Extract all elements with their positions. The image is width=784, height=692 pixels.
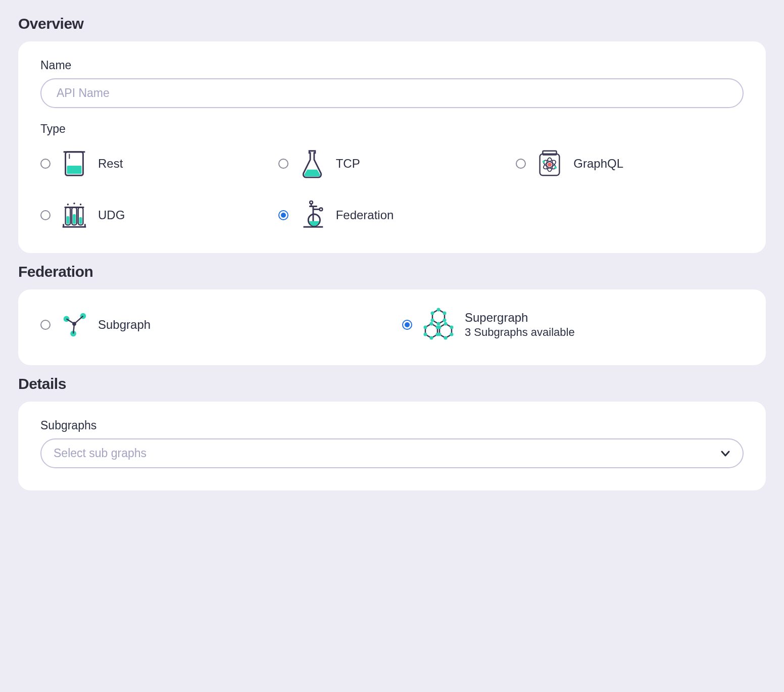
svg-point-50 [431, 312, 434, 315]
svg-marker-43 [425, 324, 437, 338]
svg-marker-42 [432, 310, 445, 324]
type-option-tcp[interactable]: TCP [278, 148, 506, 179]
svg-point-31 [310, 201, 313, 204]
federation-heading: Federation [18, 263, 766, 280]
flask-icon [297, 148, 328, 179]
test-tubes-icon [59, 200, 90, 231]
svg-point-45 [437, 308, 440, 312]
name-label: Name [40, 59, 744, 72]
svg-point-49 [431, 319, 434, 322]
radio-icon [278, 210, 288, 220]
svg-point-61 [438, 333, 442, 336]
svg-point-26 [80, 204, 81, 205]
radio-icon [402, 320, 412, 330]
overview-heading: Overview [18, 15, 766, 32]
federation-option-supergraph-sublabel: 3 Subgraphs available [465, 326, 575, 339]
svg-point-11 [555, 166, 557, 169]
svg-rect-2 [67, 166, 81, 174]
type-option-graphql[interactable]: GraphQL [516, 148, 744, 179]
type-label: Type [40, 122, 744, 136]
federation-icon [297, 200, 328, 231]
type-option-rest-label: Rest [98, 157, 123, 171]
svg-marker-44 [439, 324, 452, 338]
radio-icon [516, 159, 526, 169]
svg-point-60 [444, 336, 448, 340]
svg-point-59 [450, 333, 454, 336]
svg-point-6 [548, 163, 552, 167]
type-option-federation-label: Federation [336, 208, 394, 222]
type-option-graphql-label: GraphQL [573, 157, 623, 171]
svg-point-47 [443, 319, 447, 322]
atom-jar-icon [534, 148, 565, 179]
api-name-input[interactable] [40, 78, 744, 108]
svg-point-56 [424, 326, 427, 329]
beaker-icon [59, 148, 90, 179]
details-card: Subgraphs Select sub graphs [18, 402, 766, 490]
svg-point-57 [444, 322, 448, 326]
svg-point-46 [443, 312, 447, 315]
svg-point-55 [424, 333, 427, 336]
federation-option-subgraph-label: Subgraph [98, 318, 151, 332]
federation-card: Subgraph Supe [18, 289, 766, 365]
svg-point-58 [450, 326, 454, 329]
svg-point-51 [430, 322, 433, 326]
federation-option-supergraph-label: Supergraph [465, 311, 575, 325]
svg-rect-16 [67, 216, 70, 224]
subgraphs-select[interactable]: Select sub graphs [40, 438, 744, 468]
type-option-udg-label: UDG [98, 208, 125, 222]
svg-point-22 [73, 203, 75, 204]
type-option-tcp-label: TCP [336, 157, 360, 171]
federation-option-supergraph[interactable]: Supergraph 3 Subgraphs available [402, 307, 744, 343]
overview-card: Name Type Rest TCP [18, 41, 766, 253]
type-option-rest[interactable]: Rest [40, 148, 268, 179]
type-option-udg[interactable]: UDG [40, 200, 268, 231]
svg-point-18 [67, 204, 69, 205]
svg-point-10 [543, 161, 545, 163]
subgraph-icon [59, 309, 90, 340]
federation-option-subgraph[interactable]: Subgraph [40, 309, 382, 340]
subgraphs-label: Subgraphs [40, 419, 744, 432]
radio-icon [40, 159, 51, 169]
svg-line-40 [74, 316, 83, 324]
svg-rect-5 [543, 151, 557, 155]
radio-icon [40, 210, 51, 220]
svg-point-54 [430, 336, 433, 340]
svg-point-48 [437, 322, 440, 326]
svg-point-62 [438, 326, 442, 329]
radio-icon [40, 320, 51, 330]
svg-rect-24 [79, 217, 82, 224]
supergraph-icon [420, 307, 457, 343]
svg-rect-20 [73, 214, 76, 224]
radio-icon [278, 159, 288, 169]
svg-point-34 [319, 208, 322, 211]
type-option-federation[interactable]: Federation [278, 200, 506, 231]
details-heading: Details [18, 375, 766, 392]
